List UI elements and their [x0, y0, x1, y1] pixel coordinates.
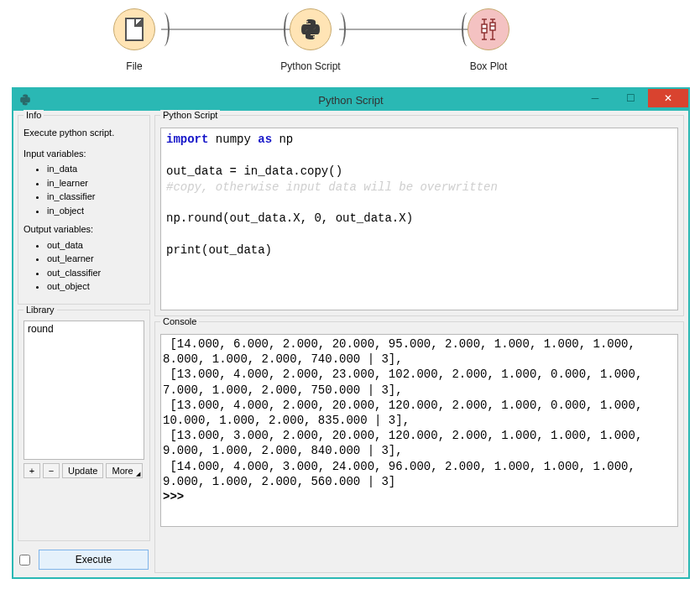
info-input-label: Input variables:	[24, 147, 144, 161]
library-more-button[interactable]: More◢	[106, 463, 142, 478]
node-boxplot-label: Box Plot	[470, 60, 508, 72]
info-output-label: Output variables:	[24, 222, 144, 237]
file-icon	[125, 18, 144, 41]
info-output-list: out_data out_learner out_classifier out_…	[47, 238, 144, 294]
console-output[interactable]: [14.000, 6.000, 2.000, 20.000, 95.000, 2…	[160, 334, 678, 527]
node-box-plot[interactable]: Box Plot	[447, 8, 530, 72]
titlebar[interactable]: Python Script ─ ☐ ✕	[13, 89, 688, 111]
info-output-var: out_learner	[47, 252, 144, 266]
console-legend: Console	[160, 316, 199, 326]
library-remove-button[interactable]: −	[43, 463, 60, 478]
script-group: Python Script import numpy as np out_dat…	[154, 115, 684, 316]
python-script-window: Python Script ─ ☐ ✕ Info Execute python …	[12, 87, 690, 579]
info-input-var: in_data	[47, 162, 144, 176]
workflow-canvas[interactable]: File Python Script	[0, 0, 700, 84]
app-icon	[18, 93, 32, 107]
info-input-var: in_object	[47, 204, 144, 218]
info-output-var: out_data	[47, 238, 144, 253]
info-output-var: out_object	[47, 279, 144, 294]
info-body: Execute python script. Input variables: …	[24, 126, 144, 294]
node-script-label: Python Script	[280, 60, 340, 72]
minimize-button[interactable]: ─	[577, 89, 613, 107]
info-input-var: in_learner	[47, 176, 144, 190]
boxplot-icon	[475, 16, 502, 43]
window-body: Info Execute python script. Input variab…	[13, 111, 688, 577]
library-legend: Library	[24, 305, 57, 315]
auto-execute-checkbox[interactable]	[19, 555, 30, 566]
right-column: Python Script import numpy as np out_dat…	[154, 115, 684, 573]
info-input-var: in_classifier	[47, 190, 144, 204]
library-item[interactable]: round	[25, 322, 143, 336]
info-output-var: out_classifier	[47, 266, 144, 280]
maximize-button[interactable]: ☐	[613, 89, 648, 107]
left-column: Info Execute python script. Input variab…	[18, 115, 150, 573]
script-legend: Python Script	[160, 110, 220, 120]
close-button[interactable]: ✕	[648, 89, 688, 107]
info-group: Info Execute python script. Input variab…	[18, 115, 150, 305]
execute-row: Execute	[18, 546, 150, 573]
library-update-button[interactable]: Update	[62, 463, 103, 478]
library-add-button[interactable]: +	[24, 463, 40, 478]
info-desc: Execute python script.	[24, 126, 144, 140]
node-file-label: File	[126, 60, 142, 72]
python-icon	[298, 17, 323, 42]
execute-button[interactable]: Execute	[39, 550, 149, 570]
library-listbox[interactable]: round	[24, 321, 144, 460]
info-input-list: in_data in_learner in_classifier in_obje…	[47, 162, 144, 217]
info-legend: Info	[24, 110, 44, 120]
console-group: Console [14.000, 6.000, 2.000, 20.000, 9…	[154, 321, 684, 573]
library-group: Library round + − Update More◢	[18, 310, 150, 542]
script-editor[interactable]: import numpy as np out_data = in_data.co…	[160, 128, 678, 310]
library-button-row: + − Update More◢	[24, 463, 144, 478]
